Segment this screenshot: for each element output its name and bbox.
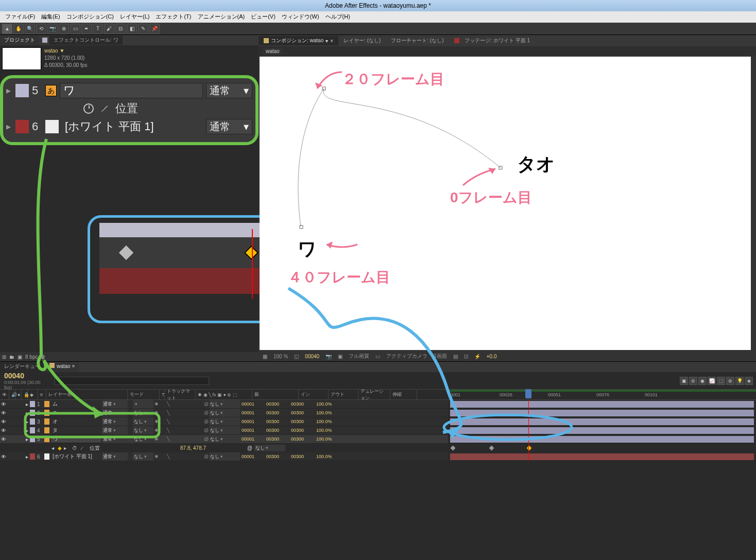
3d-switch[interactable] xyxy=(197,426,203,434)
views-dropdown[interactable]: 1画面 xyxy=(432,353,449,360)
blend-mode-dropdown[interactable]: 通常 xyxy=(102,452,128,461)
timeline-layer-row[interactable]: 👁▸6[ホワイト 平面 1]通常なし✱╲@なし00001003000030010… xyxy=(0,452,756,461)
eraser-tool[interactable]: ◧ xyxy=(127,24,137,34)
blend-mode-dropdown[interactable]: 通常 xyxy=(102,417,128,426)
draft3d-icon[interactable]: ⬚ xyxy=(717,377,725,385)
stretch[interactable]: 100.0% xyxy=(314,400,339,408)
bpc-label[interactable]: 8 bpc xyxy=(25,354,38,360)
layer-duration-bar[interactable] xyxy=(450,436,754,443)
frame-blend-switch[interactable] xyxy=(178,426,184,434)
blend-mode-dropdown[interactable]: 通常 xyxy=(102,435,128,443)
layer-name-input[interactable]: ワ xyxy=(60,83,203,98)
layer-color-swatch[interactable] xyxy=(30,427,35,433)
menu-composition[interactable]: コンポジション(C) xyxy=(63,11,117,23)
hand-tool[interactable]: ✋ xyxy=(13,24,24,34)
collapse-switch[interactable] xyxy=(160,426,166,434)
twirl-icon[interactable]: ▸ xyxy=(25,426,29,434)
visibility-toggle[interactable]: 👁 xyxy=(0,409,6,417)
comp-name[interactable]: watao ▼ xyxy=(44,47,87,55)
shy-switch[interactable]: ✱ xyxy=(153,417,160,426)
in-point[interactable]: 00001 xyxy=(240,435,265,443)
keyframe-selected-icon[interactable] xyxy=(527,446,532,451)
zoom-dropdown[interactable]: 100 % xyxy=(271,354,290,359)
stretch[interactable]: 100.0% xyxy=(314,426,339,434)
pickwhip-icon[interactable]: @ xyxy=(247,445,252,451)
out-point[interactable]: 00300 xyxy=(265,417,289,426)
solo-toggle[interactable] xyxy=(12,409,19,417)
col-out[interactable]: アウト xyxy=(329,390,358,399)
frame-blend-switch[interactable] xyxy=(178,435,184,443)
camera-tool[interactable]: 📷 xyxy=(47,24,58,34)
zoom-tool[interactable]: 🔍 xyxy=(25,24,35,34)
quality-dropdown[interactable]: フル画質 xyxy=(347,353,371,360)
collapse-switch[interactable] xyxy=(160,409,166,417)
lock-toggle[interactable] xyxy=(19,435,25,443)
current-frame[interactable]: 00040 xyxy=(303,354,321,359)
selection-tool[interactable]: ▲ xyxy=(2,24,12,34)
brainstorm-icon[interactable]: 💡 xyxy=(735,377,744,385)
view-opts-icon[interactable]: ▤ xyxy=(451,354,460,359)
layer-duration-bar[interactable] xyxy=(450,418,754,425)
brush-tool[interactable]: 🖌 xyxy=(104,24,114,34)
quality-switch[interactable]: ╲ xyxy=(166,409,172,417)
out-point[interactable]: 00300 xyxy=(265,409,289,417)
motion-blur-switch[interactable] xyxy=(184,435,191,443)
composition-canvas[interactable]: ２０フレーム目 0フレーム目 ４０フレーム目 タオ ワ xyxy=(260,57,751,350)
parent-none[interactable]: なし xyxy=(254,445,285,451)
shy-switch[interactable]: ✱ xyxy=(153,435,160,443)
fx-switch[interactable] xyxy=(172,417,178,426)
comp-subtab[interactable]: watao xyxy=(259,46,756,56)
lock-toggle[interactable] xyxy=(19,417,25,426)
track-matte-dropdown[interactable]: なし xyxy=(133,409,153,417)
graph-icon[interactable]: ⟋ xyxy=(79,445,87,451)
col-mode[interactable]: モード xyxy=(128,390,160,399)
quality-switch[interactable]: ╲ xyxy=(166,400,172,408)
adjustment-switch[interactable] xyxy=(191,435,197,443)
keyframe-toggle-icon[interactable]: ◆ xyxy=(58,445,64,451)
track-matte-dropdown[interactable]: なし xyxy=(133,435,153,443)
twirl-icon[interactable]: ▸ xyxy=(6,121,12,132)
next-keyframe-icon[interactable]: ▸ xyxy=(64,445,70,451)
out-point[interactable]: 00300 xyxy=(265,426,289,434)
adjustment-switch[interactable] xyxy=(191,452,197,461)
out-point[interactable]: 00300 xyxy=(265,452,289,461)
tab-effect-controls[interactable]: エフェクトコントロール: ワ xyxy=(49,36,123,45)
out-point[interactable]: 00300 xyxy=(265,435,289,443)
fx-switch[interactable] xyxy=(172,452,178,461)
layer-name[interactable]: タ xyxy=(50,426,102,434)
track-matte-dropdown[interactable]: なし xyxy=(133,452,153,461)
collapse-switch[interactable] xyxy=(160,435,166,443)
duration[interactable]: 00300 xyxy=(289,435,314,443)
visibility-toggle[interactable]: 👁 xyxy=(0,417,6,426)
layer-duration-bar[interactable] xyxy=(450,453,754,460)
col-parent[interactable]: 親 xyxy=(252,390,299,399)
layer-mode-dropdown[interactable]: 通常▾ xyxy=(206,83,252,98)
tab-flowchart[interactable]: フローチャート: (なし) xyxy=(386,36,449,45)
layer-name[interactable]: [ホワイト 平面 1] xyxy=(50,452,102,461)
track-matte-dropdown[interactable] xyxy=(133,400,153,408)
audio-toggle[interactable] xyxy=(6,417,12,426)
motion-blur-switch[interactable] xyxy=(184,417,191,426)
current-timecode[interactable]: 00040 xyxy=(4,372,47,380)
parent-dropdown[interactable]: なし xyxy=(209,426,240,434)
parent-dropdown[interactable]: なし xyxy=(209,409,240,417)
lock-toggle[interactable] xyxy=(19,400,25,408)
keyframe-icon[interactable] xyxy=(119,246,133,260)
in-point[interactable]: 00001 xyxy=(240,426,265,434)
stretch[interactable]: 100.0% xyxy=(314,452,339,461)
twirl-icon[interactable]: ▸ xyxy=(25,452,29,461)
stopwatch-icon[interactable] xyxy=(83,103,94,114)
parent-dropdown[interactable]: なし xyxy=(209,417,240,426)
stamp-tool[interactable]: ⊟ xyxy=(115,24,126,34)
exposure-control[interactable]: +0.0 xyxy=(485,354,499,359)
audio-toggle[interactable] xyxy=(6,409,12,417)
quality-switch[interactable]: ╲ xyxy=(166,452,172,461)
menu-help[interactable]: ヘルプ(H) xyxy=(322,11,353,23)
lock-toggle[interactable] xyxy=(19,452,25,461)
layer-duration-bar[interactable] xyxy=(450,401,754,408)
timeline-layer-row[interactable]: 👁▸3オ通常なし✱╲@なし000010030000300100.0% xyxy=(0,417,756,426)
auto-kf-icon[interactable]: ◈ xyxy=(745,377,753,385)
duration[interactable]: 00300 xyxy=(289,417,314,426)
visibility-toggle[interactable]: 👁 xyxy=(0,426,6,434)
collapse-switch[interactable] xyxy=(160,417,166,426)
